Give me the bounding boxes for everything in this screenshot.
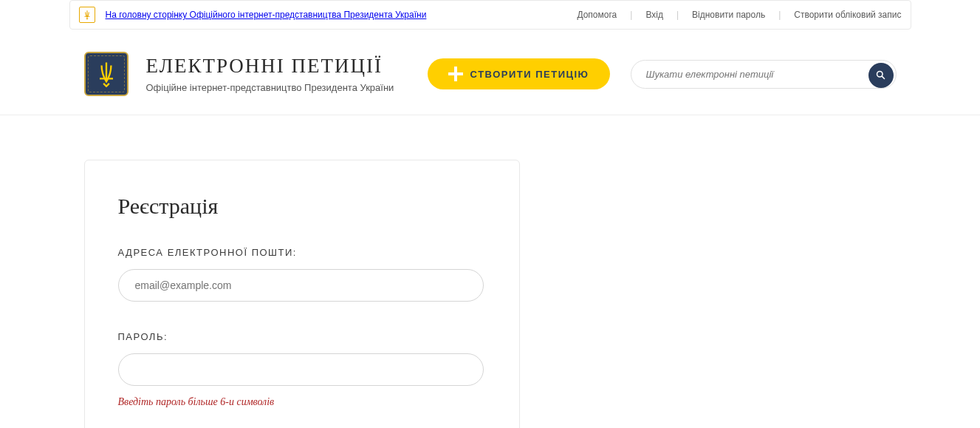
- email-field[interactable]: [118, 269, 484, 302]
- site-subtitle: Офіційне інтернет-представництво Президе…: [146, 82, 394, 93]
- top-bar: На головну сторінку Офіційного інтернет-…: [69, 0, 911, 30]
- form-title: Реєстрація: [118, 194, 486, 219]
- separator: |: [778, 10, 781, 20]
- create-account-link[interactable]: Створити обліковий запис: [794, 10, 901, 20]
- email-label: АДРЕСА ЕЛЕКТРОННОЇ ПОШТИ:: [118, 247, 486, 258]
- password-field[interactable]: [118, 353, 484, 386]
- separator: |: [676, 10, 679, 20]
- topbar-right-nav: Допомога | Вхід | Відновити пароль | Ств…: [577, 10, 901, 20]
- create-petition-label: СТВОРИТИ ПЕТИЦІЮ: [470, 69, 589, 80]
- create-petition-button[interactable]: СТВОРИТИ ПЕТИЦІЮ: [428, 58, 610, 89]
- svg-line-1: [882, 76, 884, 78]
- email-group: АДРЕСА ЕЛЕКТРОННОЇ ПОШТИ:: [118, 247, 486, 309]
- login-link[interactable]: Вхід: [645, 10, 663, 20]
- site-title-block: ЕЛЕКТРОННІ ПЕТИЦІЇ Офіційне інтернет-пре…: [146, 55, 394, 93]
- search-icon: [875, 69, 886, 81]
- site-title: ЕЛЕКТРОННІ ПЕТИЦІЇ: [146, 55, 394, 78]
- header-divider: [0, 115, 980, 115]
- plus-icon: [448, 67, 463, 81]
- restore-password-link[interactable]: Відновити пароль: [692, 10, 765, 20]
- help-link[interactable]: Допомога: [577, 10, 617, 20]
- separator: |: [630, 10, 632, 20]
- password-label: ПАРОЛЬ:: [118, 331, 486, 342]
- site-header: ЕЛЕКТРОННІ ПЕТИЦІЇ Офіційне інтернет-пре…: [84, 30, 897, 115]
- registration-card: Реєстрація АДРЕСА ЕЛЕКТРОННОЇ ПОШТИ: ПАР…: [84, 160, 520, 428]
- search-container: [631, 60, 897, 89]
- search-button[interactable]: [868, 63, 894, 88]
- home-link[interactable]: На головну сторінку Офіційного інтернет-…: [106, 10, 578, 20]
- search-input[interactable]: [631, 60, 897, 89]
- password-group: ПАРОЛЬ: Введіть пароль більше 6-и символ…: [118, 331, 486, 408]
- site-emblem-icon: [84, 52, 129, 96]
- password-error: Введіть пароль більше 6-и символів: [118, 396, 486, 408]
- topbar-emblem-icon: [79, 7, 95, 23]
